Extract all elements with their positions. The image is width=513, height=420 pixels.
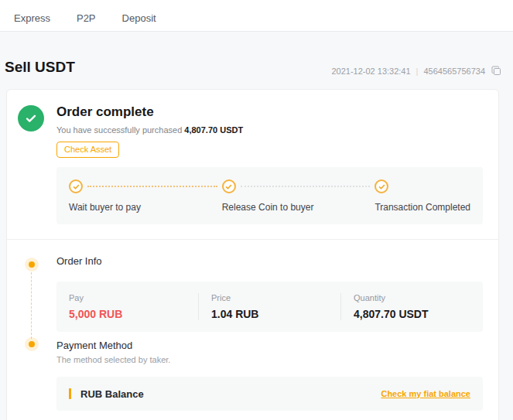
page-title: Sell USDT [5,58,75,77]
field-label: Quantity [354,293,483,303]
order-info-heading: Order Info [56,255,498,268]
payment-method-heading: Payment Method [56,340,498,352]
progress-steps: Wait buyer to pay Release Coin to buyer [69,179,470,213]
page-background: Sell USDT 2021-12-02 13:32:41 | 45645657… [0,32,513,420]
copy-icon[interactable] [491,66,501,76]
timeline-dot-icon [29,261,35,268]
step-connector-1 [87,186,217,187]
order-meta: 2021-12-02 13:32:41 | 4564565756734 [331,66,501,77]
order-info-pay: Pay 5,000 RUB [56,293,198,320]
order-card: Order complete You have successfully pur… [6,89,499,420]
step-wait-buyer: Wait buyer to pay [69,179,222,213]
field-value: 5,000 RUB [69,308,198,320]
step-transaction-completed: Transaction Completed [374,179,470,213]
step-label: Wait buyer to pay [69,202,222,213]
timeline-connector [31,272,32,339]
order-info-price: Price 1.04 RUB [198,293,340,320]
order-info-quantity: Quantity 4,807.70 USDT [340,293,483,320]
meta-separator: | [416,67,419,76]
payment-method-row: RUB Balance Check my fiat balance [56,377,483,411]
method-indicator-bar [69,388,71,399]
order-status-title: Order complete [56,104,243,121]
purchased-amount: 4,807.70 USDT [184,125,243,135]
success-message-prefix: You have successfully purchased [56,125,184,135]
step-release-coin: Release Coin to buyer [222,179,375,213]
step-label: Release Coin to buyer [222,202,375,213]
payment-method-subtitle: The method selected by taker. [56,355,498,365]
check-circle-icon [69,179,83,193]
field-label: Price [211,293,340,303]
check-asset-button[interactable]: Check Asset [56,142,119,158]
field-value: 4,807.70 USDT [354,308,483,320]
timeline-dot-icon [29,341,35,347]
tab-express[interactable]: Express [14,12,50,24]
order-info-panel: Pay 5,000 RUB Price 1.04 RUB Quantity 4,… [56,282,483,332]
success-check-icon [18,105,44,131]
order-id: 4564565756734 [423,67,485,76]
order-complete-text: Order complete You have successfully pur… [56,104,243,158]
step-connector-2 [241,186,371,187]
check-circle-icon [374,179,388,193]
field-value: 1.04 RUB [211,308,340,320]
progress-steps-panel: Wait buyer to pay Release Coin to buyer [56,167,483,224]
order-timestamp: 2021-12-02 13:32:41 [331,67,410,76]
step-label: Transaction Completed [374,202,470,213]
check-circle-icon [222,179,236,193]
page-header: Sell USDT 2021-12-02 13:32:41 | 45645657… [5,32,501,77]
tab-deposit[interactable]: Deposit [122,12,156,24]
field-label: Pay [69,293,198,303]
top-nav: Express P2P Deposit [0,0,513,32]
order-complete-section: Order complete You have successfully pur… [18,104,483,158]
payment-method-name: RUB Balance [80,388,144,400]
check-fiat-balance-link[interactable]: Check my fiat balance [381,389,470,398]
tab-p2p[interactable]: P2P [77,12,96,24]
order-details-section: Order Info Pay 5,000 RUB Price 1.04 RUB … [7,240,498,411]
success-message: You have successfully purchased 4,807.70… [56,125,243,135]
